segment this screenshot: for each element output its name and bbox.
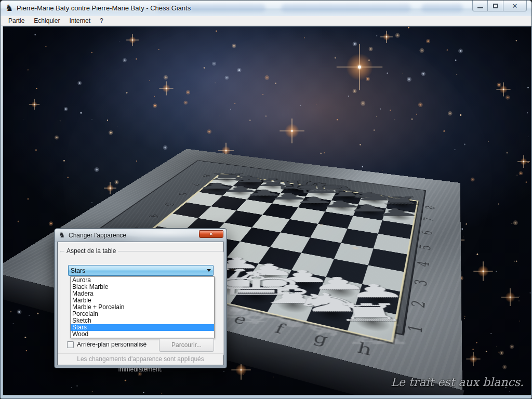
pawn-reflection: ♟ [243,283,367,298]
piece-white-pawn-f2[interactable]: ♟♟ [280,270,326,298]
file-label-f: f [261,318,298,339]
browse-button[interactable]: Parcourir... [159,338,214,352]
title-bar[interactable]: ♞ Pierre-Marie Baty contre Pierre-Marie … [1,1,531,16]
piece-white-king-e1[interactable]: ♚♚ [231,282,281,312]
piece-white-pawn-g2[interactable]: ♟♟ [317,277,362,305]
dialog-close-button[interactable]: ✕ [199,230,223,238]
minimize-icon [477,7,483,8]
piece-white-rook-h1[interactable]: ♜♜ [348,305,396,340]
appearance-option-wood[interactable]: Wood [71,331,214,338]
bishop-glyph: ♝ [229,284,356,304]
window-controls: ✕ [472,1,527,12]
pawn-glyph: ♟ [244,270,363,283]
turn-status-text: Le trait est aux blancs. [391,376,524,389]
appearance-option-porcelain[interactable]: Porcelain [71,311,214,317]
restore-icon [493,4,498,8]
close-icon: ✕ [209,232,213,237]
menu-item-partie[interactable]: Partie [4,16,29,26]
menu-item-internet[interactable]: Internet [64,16,95,26]
dialog-body: Aspect de la table Stars AuroraBlack Mar… [57,242,224,365]
custom-background-row: Arrière-plan personnalisé [67,341,147,348]
file-label-e: e [222,309,258,329]
pawn-glyph: ♟ [350,208,445,217]
glass-reflection [421,4,463,12]
piece-white-knight-g1[interactable]: ♞♞ [307,298,355,331]
appearance-options-list[interactable]: AuroraBlack MarbleMaderaMarbleMarble + P… [70,276,215,338]
knight-glyph: ♞ [267,292,397,313]
close-button[interactable]: ✕ [503,1,527,11]
app-knight-icon: ♞ [5,4,13,12]
pawn-glyph: ♟ [279,277,401,291]
bishop-reflection: ♝ [227,304,363,327]
combobox-dropdown-button[interactable] [204,265,213,275]
dialog-title: Changer l'apparence [69,232,126,239]
chess-giants-window: ♞ Pierre-Marie Baty contre Pierre-Marie … [0,0,532,399]
file-label-g: g [303,327,339,350]
pawn-glyph: ♟ [211,263,327,276]
window-title: Pierre-Marie Baty contre Pierre-Marie Ba… [17,4,191,12]
chevron-down-icon [207,269,211,272]
checkbox-label: Arrière-plan personnalisé [77,341,147,348]
close-icon: ✕ [512,3,518,9]
piece-white-bishop-f1[interactable]: ♝♝ [268,290,317,321]
pawn-glyph: ♟ [314,284,441,298]
piece-white-pawn-e2[interactable]: ♟♟ [245,263,291,289]
change-appearance-dialog: ♞ Changer l'apparence ✕ Aspect de la tab… [54,228,227,368]
table-edge-right [455,183,462,395]
menu-bar: PartieEchiquierInternet? [1,16,531,26]
dialog-knight-icon: ♞ [59,231,65,238]
rook-reflection: ♜ [305,322,450,344]
minimize-button[interactable] [472,1,488,11]
restore-button[interactable] [488,1,503,11]
dialog-status-text: Les changements d'apparence sont appliqu… [58,353,223,365]
appearance-option-sketch[interactable]: Sketch [71,317,214,324]
combobox-value: Stars [69,267,204,274]
glass-reflection [281,4,411,12]
menu-item-echiquier[interactable]: Echiquier [29,16,64,26]
dialog-title-bar[interactable]: ♞ Changer l'apparence ✕ [55,229,227,242]
appearance-option-stars[interactable]: Stars [71,324,214,331]
pawn-reflection: ♟ [316,299,449,315]
menu-item-aide[interactable]: ? [95,16,108,26]
file-label-h: h [347,337,383,361]
knight-reflection: ♞ [267,313,406,337]
table-aspect-combobox[interactable]: Stars [68,265,214,276]
custom-background-checkbox[interactable] [67,341,74,348]
group-label: Aspect de la table [64,247,118,255]
appearance-option-madera[interactable]: Madera [71,290,214,297]
